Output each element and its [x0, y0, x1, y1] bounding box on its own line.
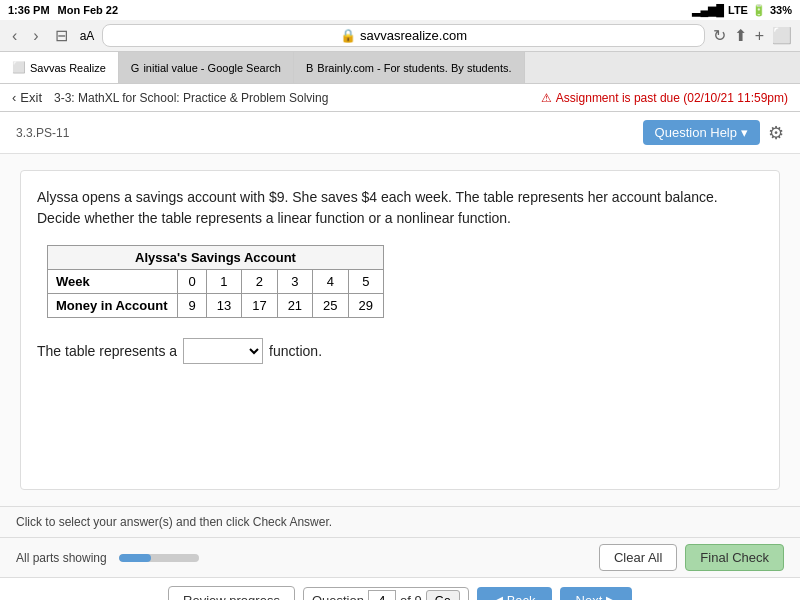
question-number-input[interactable] — [368, 590, 396, 600]
assignment-due: ⚠ Assignment is past due (02/10/21 11:59… — [541, 91, 788, 105]
settings-button[interactable]: ⚙ — [768, 122, 784, 144]
share-button[interactable]: ⬆ — [734, 26, 747, 45]
action-bar: All parts showing Clear All Final Check — [0, 537, 800, 577]
question-help-label: Question Help — [655, 125, 737, 140]
day: Mon Feb 22 — [58, 4, 119, 16]
chevron-left-icon: ‹ — [12, 90, 16, 105]
review-progress-label: Review progress — [183, 593, 280, 600]
problem-header: 3.3.PS-11 Question Help ▾ ⚙ — [0, 112, 800, 154]
back-browser-button[interactable]: ‹ — [8, 25, 21, 47]
col-1: 1 — [206, 270, 241, 294]
final-check-label: Final Check — [700, 550, 769, 565]
col-5: 5 — [348, 270, 383, 294]
status-left: 1:36 PM Mon Feb 22 — [8, 4, 118, 16]
browser-chrome: ‹ › ⊟ aA 🔒 savvasrealize.com ↻ ⬆ + ⬜ — [0, 20, 800, 52]
question-help-button[interactable]: Question Help ▾ — [643, 120, 760, 145]
review-progress-button[interactable]: Review progress — [168, 586, 295, 600]
exit-button[interactable]: ‹ Exit — [12, 90, 42, 105]
tab-savvas[interactable]: ⬜ Savvas Realize — [0, 52, 119, 83]
navigation-bar: Review progress Question of 9 Go ◀ Back … — [0, 577, 800, 600]
next-button[interactable]: Next ▶ — [560, 587, 632, 600]
progress-bar-fill — [119, 554, 151, 562]
back-button[interactable]: ◀ Back — [477, 587, 552, 600]
warning-icon: ⚠ — [541, 91, 552, 105]
breadcrumb: 3-3: MathXL for School: Practice & Probl… — [54, 91, 328, 105]
val-4: 25 — [313, 294, 348, 318]
val-3: 21 — [277, 294, 312, 318]
status-bar: 1:36 PM Mon Feb 22 ▂▄▆█ LTE 🔋 33% — [0, 0, 800, 20]
tab-icon-google: G — [131, 62, 140, 74]
app-header: ‹ Exit 3-3: MathXL for School: Practice … — [0, 84, 800, 112]
val-0: 9 — [178, 294, 206, 318]
tab-google[interactable]: G initial value - Google Search — [119, 52, 294, 83]
add-tab-button[interactable]: + — [755, 27, 764, 45]
back-arrow-icon: ◀ — [493, 593, 503, 600]
action-bar-right: Clear All Final Check — [599, 544, 784, 571]
battery-icon: 🔋 — [752, 4, 766, 17]
tab-brainly[interactable]: B Brainly.com - For students. By student… — [294, 52, 525, 83]
dropdown-arrow-icon: ▾ — [741, 125, 748, 140]
clear-all-button[interactable]: Clear All — [599, 544, 677, 571]
problem-body: Alyssa opens a savings account with $9. … — [0, 154, 800, 506]
answer-prefix: The table represents a — [37, 343, 177, 359]
font-size-label: aA — [80, 29, 95, 43]
question-label: Question — [312, 593, 364, 600]
lte-label: LTE — [728, 4, 748, 16]
final-check-button[interactable]: Final Check — [685, 544, 784, 571]
problem-inner: Alyssa opens a savings account with $9. … — [20, 170, 780, 490]
tab-bar: ⬜ Savvas Realize G initial value - Googl… — [0, 52, 800, 84]
all-parts-label: All parts showing — [16, 551, 107, 565]
main-content: 3.3.PS-11 Question Help ▾ ⚙ Alyssa opens… — [0, 112, 800, 577]
tab-label-savvas: Savvas Realize — [30, 62, 106, 74]
problem-text: Alyssa opens a savings account with $9. … — [37, 187, 763, 229]
tab-icon-savvas: ⬜ — [12, 61, 26, 74]
problem-id: 3.3.PS-11 — [16, 126, 69, 140]
signal-icon: ▂▄▆█ — [692, 4, 724, 17]
status-right: ▂▄▆█ LTE 🔋 33% — [692, 4, 792, 17]
next-label: Next ▶ — [576, 593, 616, 600]
progress-bar — [119, 554, 199, 562]
tabs-button[interactable]: ⬜ — [772, 26, 792, 45]
due-text: Assignment is past due (02/10/21 11:59pm… — [556, 91, 788, 105]
col-3: 3 — [277, 270, 312, 294]
val-2: 17 — [242, 294, 277, 318]
tab-icon-brainly: B — [306, 62, 313, 74]
forward-browser-button[interactable]: › — [29, 25, 42, 47]
tab-label-google: initial value - Google Search — [143, 62, 281, 74]
exit-label: Exit — [20, 90, 42, 105]
check-answer-text: Click to select your answer(s) and then … — [16, 515, 332, 529]
reader-view-button[interactable]: ⊟ — [51, 24, 72, 47]
tab-label-brainly: Brainly.com - For students. By students. — [317, 62, 511, 74]
answer-suffix: function. — [269, 343, 322, 359]
total-questions: of 9 — [400, 593, 422, 600]
answer-row: The table represents a linear nonlinear … — [37, 338, 763, 364]
function-type-dropdown[interactable]: linear nonlinear — [183, 338, 263, 364]
url-text: savvasrealize.com — [360, 28, 467, 43]
col-0: 0 — [178, 270, 206, 294]
savings-table: Alyssa's Savings Account Week 0 1 2 3 4 … — [47, 245, 384, 318]
table-header-row: Week 0 1 2 3 4 5 — [48, 270, 384, 294]
table-data-row: Money in Account 9 13 17 21 25 29 — [48, 294, 384, 318]
clear-all-label: Clear All — [614, 550, 662, 565]
time: 1:36 PM — [8, 4, 50, 16]
col-header-week: Week — [48, 270, 178, 294]
col-4: 4 — [313, 270, 348, 294]
table-caption: Alyssa's Savings Account — [47, 245, 384, 269]
val-5: 29 — [348, 294, 383, 318]
question-navigator: Question of 9 Go — [303, 587, 469, 601]
refresh-button[interactable]: ↻ — [713, 26, 726, 45]
col-2: 2 — [242, 270, 277, 294]
bottom-status-bar: Click to select your answer(s) and then … — [0, 506, 800, 537]
action-bar-left: All parts showing — [16, 551, 199, 565]
lock-icon: 🔒 — [340, 28, 356, 43]
go-label: Go — [435, 594, 451, 601]
go-button[interactable]: Go — [426, 590, 460, 601]
address-bar[interactable]: 🔒 savvasrealize.com — [102, 24, 704, 47]
back-label: Back — [507, 593, 536, 600]
battery-level: 33% — [770, 4, 792, 16]
val-1: 13 — [206, 294, 241, 318]
row-label-money: Money in Account — [48, 294, 178, 318]
